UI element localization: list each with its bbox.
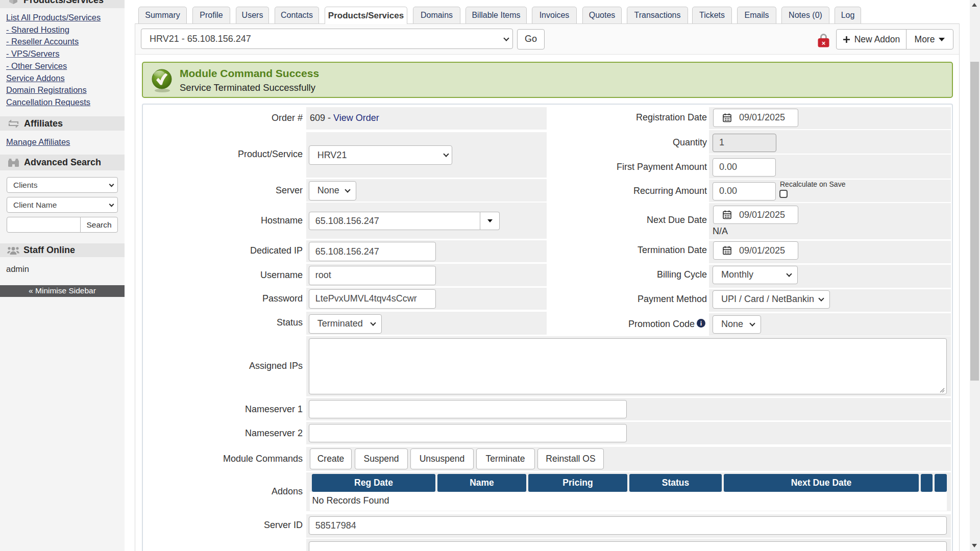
svg-text:×: × <box>822 39 826 47</box>
